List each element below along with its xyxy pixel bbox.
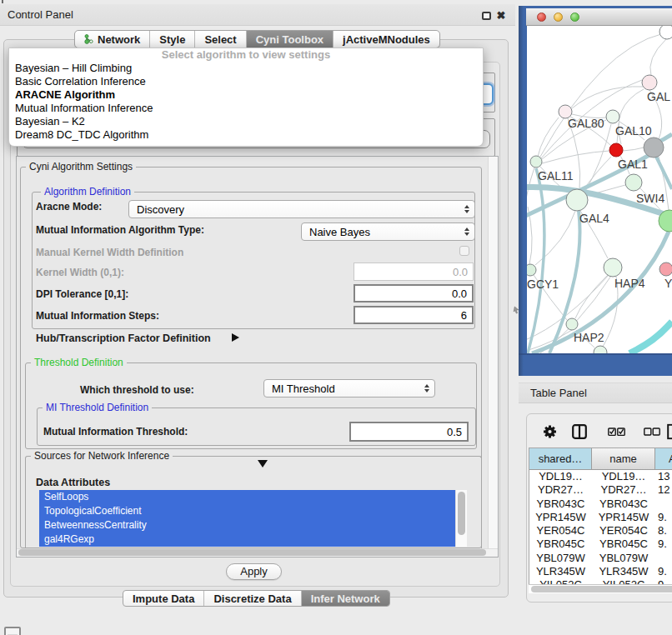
data-attributes-list[interactable]: SelfLoopsTopologicalCoefficientBetweenne… [39,490,455,547]
manual-kernel-width-checkbox[interactable] [459,246,469,256]
attributes-list-scrollbar-thumb[interactable] [458,492,465,535]
algorithm-popup-item[interactable]: Dream8 DC_TDC Algorithm [9,128,483,142]
table-row[interactable]: YLR345WYLR345W9. [529,565,672,578]
table-cell: YBL079W [529,552,592,565]
network-node[interactable] [594,346,607,353]
tab-label: Impute Data [133,592,194,605]
table-cell: YDL19… [529,470,592,483]
hub-expand-arrow-icon[interactable] [232,333,239,342]
network-node-hap4[interactable] [604,258,622,277]
network-node-gcy1[interactable] [527,264,536,276]
network-node-y[interactable] [659,262,672,276]
file-icon[interactable] [667,424,672,440]
which-threshold-label: Which threshold to use: [80,384,194,396]
attributes-list-scrollbar[interactable] [455,490,467,547]
algorithm-popup-item[interactable]: Bayesian – Hill Climbing [9,62,483,75]
table-cell: 9. [655,511,672,524]
column-header-1[interactable]: shared… [529,448,592,470]
unchecked-columns-icon[interactable] [644,428,660,437]
network-node-gal4[interactable] [566,189,588,211]
network-node[interactable] [659,26,672,39]
float-icon[interactable] [482,12,491,20]
hub-section-label: Hub/Transcription Factor Definition [36,332,211,344]
close-icon[interactable]: ✖ [495,9,507,22]
network-node-gal11[interactable] [530,156,542,168]
which-threshold-combobox[interactable]: MI Threshold [263,379,435,398]
mi-steps-label: Mutual Information Steps: [36,310,159,322]
kernel-width-label: Kernel Width (0,1): [36,267,124,278]
mi-threshold-value: 0.5 [447,426,462,438]
algorithm-popup-item[interactable]: Bayesian – K2 [9,115,483,128]
mi-steps-value: 6 [461,309,467,322]
attribute-list-item[interactable]: SelfLoops [39,490,455,504]
network-edge[interactable] [650,39,666,76]
tab-cyni-toolbox[interactable]: Cyni Toolbox [247,31,333,48]
tab-label: Network [98,33,140,46]
attribute-list-item[interactable]: gal4RGexp [39,532,455,547]
network-canvas[interactable]: GALGAL80GAL10GAL1GAL11SWI4GAL4GCY1HAP4YH… [527,26,672,353]
network-node-gal1[interactable] [609,143,623,157]
kernel-width-field[interactable]: 0.0 [354,262,474,281]
table-row[interactable]: YBR045CYBR045C9. [529,538,672,551]
window-minimize-icon[interactable] [554,12,563,22]
network-node-hap2[interactable] [566,318,578,330]
split-view-icon[interactable] [572,424,587,439]
table-row[interactable]: YBL079WYBL079W [529,552,672,565]
mi-algorithm-type-value: Naive Bayes [309,226,370,238]
table-horizontal-scrollbar-thumb[interactable] [531,586,672,592]
attribute-list-item[interactable]: BetweennessCentrality [39,518,455,532]
checked-columns-icon[interactable] [608,428,625,437]
algorithm-popup-item[interactable]: Basic Correlation Inference [9,75,483,88]
tab-select[interactable]: Select [195,31,246,48]
network-node-gal10[interactable] [606,110,619,123]
mi-threshold-field[interactable]: 0.5 [349,422,469,442]
table-cell: YPR145W [529,511,592,524]
settings-horizontal-scrollbar-thumb[interactable] [18,549,486,556]
aracne-mode-combobox[interactable]: Discovery [128,200,475,218]
network-edge[interactable] [623,148,644,151]
table-row[interactable]: YDL19…YDL19…13 [529,470,672,483]
table-row[interactable]: YPR145WYPR145W9. [529,511,672,524]
network-node-label: GAL11 [538,169,574,182]
tab-impute-data[interactable]: Impute Data [123,591,204,606]
gear-icon[interactable] [543,425,557,439]
tab-jactivemnodules[interactable]: jActiveMNodules [333,31,439,48]
network-edge[interactable] [535,211,575,265]
mi-algorithm-type-combobox[interactable]: Naive Bayes [301,222,475,241]
table-cell [655,498,672,511]
window-close-icon[interactable] [537,12,546,22]
column-header-2[interactable]: name [592,448,655,470]
dock-mini-icon[interactable] [4,627,21,635]
tab-infer-network[interactable]: Infer Network [302,591,389,606]
table-cell: YBR043C [529,498,592,511]
settings-vertical-scrollbar[interactable] [488,157,499,548]
algorithm-popup-item[interactable]: Mutual Information Inference [9,102,483,115]
table-row[interactable]: YER054CYER054C8. [529,524,672,538]
network-window-titlebar[interactable] [526,8,672,26]
apply-button[interactable]: Apply [226,563,282,580]
algorithm-popup-item[interactable]: ARACNE Algorithm [9,88,483,102]
mi-steps-field[interactable]: 6 [354,306,474,324]
tab-discretize-data[interactable]: Discretize Data [204,591,301,606]
network-node[interactable] [644,138,664,158]
node-table[interactable]: shared…nameA YDL19…YDL19…13YDR27…YDR27…1… [529,448,672,593]
window-zoom-icon[interactable] [570,12,579,22]
table-cell: YDL19… [592,470,655,483]
sources-collapse-arrow-icon[interactable] [258,460,268,468]
network-node-gal[interactable] [642,75,657,90]
attribute-list-item[interactable]: TopologicalCoefficient [39,504,455,518]
network-edge-highlighted[interactable] [655,155,672,189]
table-body: YDL19…YDL19…13YDR27…YDR27…12YBR043CYBR04… [529,470,672,592]
table-horizontal-scrollbar[interactable] [529,584,672,593]
network-edge-highlighted[interactable] [629,322,672,353]
dpi-tolerance-field[interactable]: 0.0 [354,284,474,302]
column-header-3[interactable]: A [655,448,672,470]
network-node-swi4[interactable] [625,174,642,191]
table-row[interactable]: YBR043CYBR043C [529,498,672,511]
canvas-shadow [519,353,672,355]
tab-style[interactable]: Style [150,31,195,48]
table-row[interactable]: YDR27…YDR27…12 [529,483,672,497]
combo-arrows-icon [464,201,469,218]
table-cell: 9. [655,565,672,578]
tab-network[interactable]: Network [75,31,150,48]
